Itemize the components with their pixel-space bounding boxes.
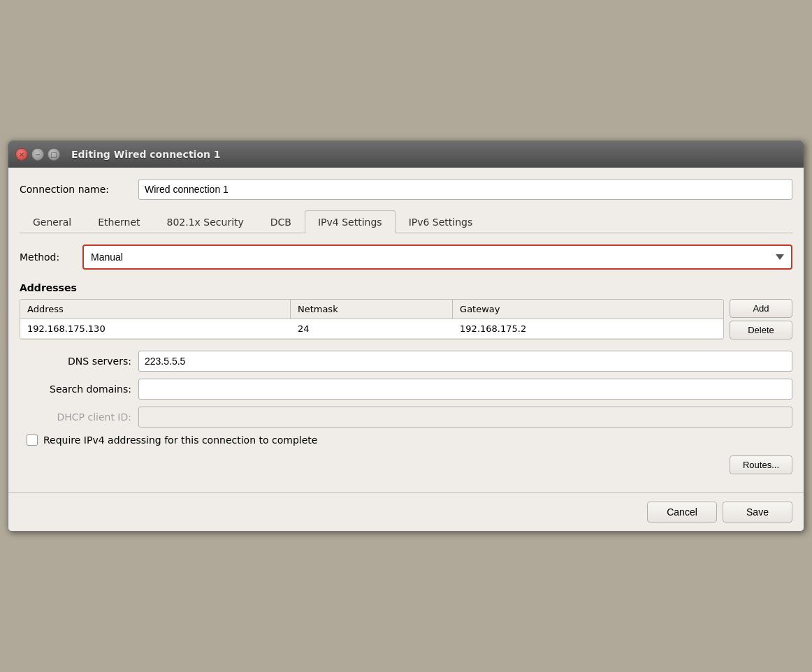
table-buttons: Add Delete <box>730 299 792 339</box>
cell-netmask: 24 <box>291 319 453 338</box>
require-ipv4-checkbox[interactable] <box>27 434 38 446</box>
search-domains-input[interactable] <box>138 379 792 400</box>
close-button[interactable]: ✕ <box>15 148 28 161</box>
minimize-button[interactable]: − <box>31 148 44 161</box>
require-ipv4-label: Require IPv4 addressing for this connect… <box>43 434 317 446</box>
cell-gateway: 192.168.175.2 <box>453 319 723 338</box>
dhcp-client-id-row: DHCP client ID: <box>20 407 792 428</box>
require-ipv4-row: Require IPv4 addressing for this connect… <box>20 434 792 446</box>
table-header: Address Netmask Gateway <box>20 300 723 319</box>
dhcp-client-id-label: DHCP client ID: <box>20 411 131 423</box>
main-window: ✕ − □ Editing Wired connection 1 Connect… <box>8 140 804 532</box>
search-domains-label: Search domains: <box>20 384 131 395</box>
table-row[interactable]: 192.168.175.130 24 192.168.175.2 <box>20 319 723 339</box>
connection-name-label: Connection name: <box>20 184 131 195</box>
addresses-section: Addresses Address Netmask Gateway 192.16… <box>20 282 792 339</box>
addresses-table: Address Netmask Gateway 192.168.175.130 … <box>20 299 724 339</box>
col-gateway: Gateway <box>453 300 723 319</box>
tab-8021x[interactable]: 802.1x Security <box>154 210 257 233</box>
cell-address: 192.168.175.130 <box>20 319 291 338</box>
routes-row: Routes... <box>20 455 792 474</box>
maximize-button[interactable]: □ <box>48 148 60 161</box>
connection-name-row: Connection name: <box>20 179 792 200</box>
dns-servers-label: DNS servers: <box>20 356 131 367</box>
add-button[interactable]: Add <box>730 299 792 318</box>
save-button[interactable]: Save <box>723 502 792 523</box>
method-row: Method: Manual Automatic (DHCP) Link-Loc… <box>20 244 792 270</box>
col-netmask: Netmask <box>291 300 453 319</box>
window-title: Editing Wired connection 1 <box>71 149 221 160</box>
dialog-content: Connection name: General Ethernet 802.1x… <box>8 168 804 492</box>
method-select[interactable]: Manual Automatic (DHCP) Link-Local Only … <box>82 244 792 270</box>
col-address: Address <box>20 300 291 319</box>
tab-ipv6[interactable]: IPv6 Settings <box>396 210 486 233</box>
routes-button[interactable]: Routes... <box>730 455 792 474</box>
search-domains-row: Search domains: <box>20 379 792 400</box>
tab-content-ipv4: Method: Manual Automatic (DHCP) Link-Loc… <box>20 244 792 474</box>
dns-servers-input[interactable] <box>138 351 792 372</box>
addresses-title: Addresses <box>20 282 792 293</box>
tabs: General Ethernet 802.1x Security DCB IPv… <box>20 210 792 233</box>
delete-button[interactable]: Delete <box>730 321 792 339</box>
titlebar: ✕ − □ Editing Wired connection 1 <box>8 141 804 168</box>
footer: Cancel Save <box>8 492 804 531</box>
connection-name-input[interactable] <box>138 179 792 200</box>
addresses-table-area: Address Netmask Gateway 192.168.175.130 … <box>20 299 792 339</box>
tab-ethernet[interactable]: Ethernet <box>85 210 153 233</box>
window-controls: ✕ − □ <box>15 148 60 161</box>
tab-general[interactable]: General <box>20 210 85 233</box>
tab-ipv4[interactable]: IPv4 Settings <box>305 210 396 233</box>
method-label: Method: <box>20 251 75 263</box>
dns-servers-row: DNS servers: <box>20 351 792 372</box>
cancel-button[interactable]: Cancel <box>647 502 717 523</box>
dhcp-client-id-input <box>138 407 792 428</box>
tab-dcb[interactable]: DCB <box>257 210 305 233</box>
